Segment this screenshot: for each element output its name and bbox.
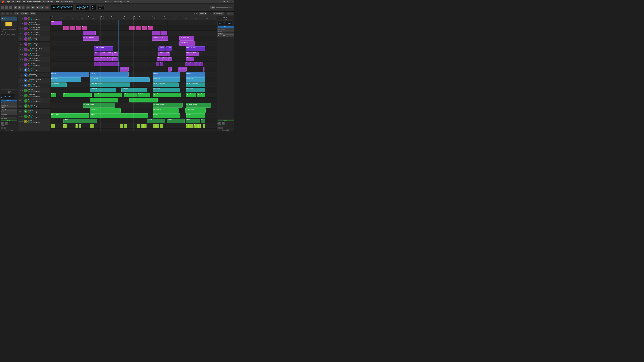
track-expand-arrow[interactable]: ▶ (22, 23, 24, 24)
audio-region[interactable] (120, 124, 123, 128)
view-button[interactable]: View (30, 13, 36, 15)
audio-region[interactable]: Percussion (90, 88, 116, 92)
audio-region[interactable] (141, 124, 144, 128)
mute-button[interactable]: M (28, 116, 30, 118)
audio-region[interactable]: Chorus (100, 57, 106, 61)
audio-region[interactable]: Verse Voc (148, 26, 154, 30)
audio-region[interactable]: Banana 1 (203, 124, 205, 128)
position-display[interactable]: 01:00:00:00.00 1 1 1 1 (51, 5, 74, 10)
in-out-display[interactable]: No In No Out (98, 6, 105, 10)
volume-fader[interactable] (32, 102, 40, 102)
track-header-row[interactable]: 91▶♬Synth BassMS (18, 88, 50, 93)
audio-region[interactable]: Colors V (158, 46, 165, 51)
mute-button[interactable]: M (28, 122, 30, 123)
audio-region[interactable]: Audio Beats (186, 77, 205, 82)
mute-button[interactable]: M (28, 106, 30, 108)
audio-region[interactable]: Guitars (153, 113, 180, 118)
bus-label-left[interactable]: Bus 6 (1, 100, 17, 102)
volume-fader[interactable] (32, 40, 40, 40)
volume-fader[interactable] (32, 60, 40, 61)
audio-region[interactable]: Colors V (166, 46, 172, 51)
mute-button[interactable]: M (28, 39, 30, 41)
solo-button[interactable]: S (30, 34, 32, 36)
audio-region[interactable] (160, 124, 163, 128)
audio-region[interactable]: Chorus (112, 57, 118, 61)
audio-region[interactable]: Synth Bass (94, 93, 122, 97)
track-header-row[interactable]: 112▶♬Chorus KeysMS (18, 103, 50, 109)
mute-button[interactable]: M (28, 101, 30, 103)
audio-region[interactable]: Impact (51, 124, 55, 128)
audio-region[interactable]: Char (196, 62, 199, 66)
track-header-row[interactable]: 72▶▦Audio BeatsMS (18, 73, 50, 78)
audio-region[interactable]: Pre and Bridge Keys (153, 103, 182, 108)
menu-logic-pro[interactable]: Logic Pro X (6, 1, 16, 3)
audio-region[interactable]: Guitars (186, 113, 205, 118)
track-expand-arrow[interactable]: ▶ (22, 54, 24, 55)
plugin-overdrive[interactable]: Overdrive (1, 102, 17, 104)
master-button[interactable]: u134 (210, 6, 215, 9)
vol-knob-l[interactable] (1, 122, 4, 125)
mute-button[interactable]: M (28, 75, 30, 77)
audio-region[interactable]: Beat Kit (186, 72, 205, 77)
bus-label-right[interactable]: Bus 6 (218, 26, 234, 28)
menu-mix[interactable]: Mix (50, 1, 54, 3)
track-expand-arrow[interactable]: ▶ (22, 69, 24, 71)
track-expand-arrow[interactable]: ▶ (22, 121, 24, 122)
mute-button[interactable]: M (28, 18, 30, 20)
track-expand-arrow[interactable]: ▶ (22, 59, 24, 60)
audio-region[interactable]: Re (79, 124, 81, 128)
solo-button[interactable]: S (30, 116, 32, 118)
volume-fader[interactable] (32, 45, 40, 45)
audio-region[interactable]: Chorus Keys (90, 108, 120, 113)
track-expand-arrow[interactable]: ▶ (22, 116, 24, 117)
mute-button[interactable]: M (28, 24, 30, 25)
fast-forward-button[interactable]: ⏭ (31, 6, 35, 9)
track-expand-arrow[interactable]: ▶ (22, 110, 24, 112)
audio-region[interactable] (189, 124, 192, 128)
audio-region[interactable]: Chor (186, 62, 189, 66)
audio-region[interactable]: Chorus Keys (186, 108, 206, 113)
menu-view[interactable]: View (55, 1, 59, 3)
time-sig-display[interactable]: 4/4 /16 (90, 5, 96, 10)
audio-region[interactable]: Ch (168, 57, 172, 61)
track-expand-arrow[interactable]: ▶ (22, 43, 24, 45)
mute-button[interactable]: M (28, 91, 30, 92)
track-expand-arrow[interactable]: ▶ (22, 64, 24, 65)
audio-region[interactable]: K (185, 108, 186, 113)
vol-knob-r[interactable] (218, 122, 221, 125)
solo-button[interactable]: S (30, 18, 32, 20)
audio-region[interactable]: Choru (158, 52, 164, 56)
audio-region[interactable]: Chorus (100, 52, 106, 56)
audio-region[interactable] (153, 124, 156, 128)
track-header-row[interactable]: 87▶▦PercussionMS (18, 83, 50, 88)
audio-region[interactable]: Audio Beats (50, 77, 81, 82)
solo-button[interactable]: S (30, 122, 32, 123)
track-header-row[interactable]: 119▶♬GuitarsMS (18, 109, 50, 114)
setting-label-right[interactable]: Setting (218, 17, 234, 18)
audio-region[interactable]: Synth Bass (186, 93, 196, 97)
mute-button[interactable]: M (28, 49, 30, 51)
track-header-row[interactable]: 61▶▦Beat KitMS (18, 67, 50, 73)
solo-button[interactable]: S (30, 65, 32, 66)
apple-menu[interactable]: 🍎 (1, 1, 4, 3)
audio-region[interactable]: Sound (64, 124, 67, 128)
menu-file[interactable]: File (17, 1, 20, 3)
volume-fader[interactable] (32, 122, 40, 123)
audio-region[interactable]: Chorus Vocal 2 (94, 62, 120, 66)
audio-region[interactable]: Synth Bass (124, 93, 137, 97)
mute-button[interactable]: M (28, 60, 30, 61)
plugin-limiter-l[interactable]: Limiter (1, 111, 17, 113)
track-expand-arrow[interactable]: ▶ (22, 105, 24, 107)
volume-fader[interactable] (32, 107, 40, 107)
volume-fader[interactable] (32, 29, 40, 30)
track-header-row[interactable]: 96▶♬Verse KeysMS (18, 93, 50, 98)
volume-fader[interactable] (32, 76, 40, 76)
track-expand-arrow[interactable]: ▶ (22, 49, 24, 50)
menu-help[interactable]: Help (69, 1, 73, 3)
solo-button[interactable]: S (30, 44, 32, 46)
volume-fader[interactable] (32, 65, 40, 66)
track-header-row[interactable]: 12▶♪Verse VocalsMS (18, 21, 50, 26)
audio-region[interactable]: Chorus (106, 52, 112, 56)
solo-button[interactable]: S (30, 49, 32, 51)
collapse-button[interactable]: S (10, 12, 12, 15)
